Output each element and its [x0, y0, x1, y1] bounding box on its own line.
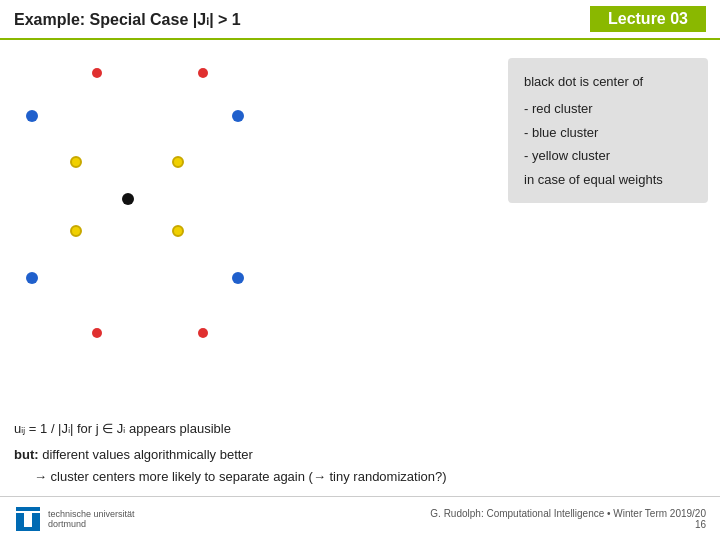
- legend-dash-blue: - blue cluster: [524, 121, 598, 144]
- dot-yellow-4: [172, 225, 184, 237]
- slide-title: Example: Special Case |Jᵢ| > 1: [14, 10, 241, 29]
- footer-right: G. Rudolph: Computational Intelligence •…: [430, 508, 706, 530]
- footer-logo: technische universität dortmund: [14, 505, 135, 533]
- dot-red-4: [198, 328, 208, 338]
- but-label: but:: [14, 447, 39, 462]
- dot-red-1: [92, 68, 102, 78]
- logo-mark: technische universität dortmund: [14, 505, 135, 533]
- university-name: technische universität dortmund: [48, 509, 135, 529]
- legend-equal-weights: in case of equal weights: [524, 168, 692, 191]
- conclusion-text: different values algorithmically better: [39, 447, 253, 462]
- dot-red-3: [92, 328, 102, 338]
- footer: technische universität dortmund G. Rudol…: [0, 496, 720, 540]
- legend-yellow: - yellow cluster: [524, 144, 692, 167]
- conclusion-line: but: different values algorithmically be…: [14, 444, 706, 466]
- legend-blue: - blue cluster: [524, 121, 692, 144]
- dot-yellow-2: [172, 156, 184, 168]
- svg-rect-1: [16, 507, 40, 511]
- dot-yellow-3: [70, 225, 82, 237]
- legend-dash-red: - red cluster: [524, 97, 593, 120]
- dot-blue-1: [26, 110, 38, 122]
- dot-yellow-1: [70, 156, 82, 168]
- dot-canvas: [10, 50, 380, 410]
- equation-text: uᵢⱼ = 1 / |Jᵢ| for j ∈ Jᵢ appears plausi…: [14, 421, 231, 436]
- dot-blue-2: [232, 110, 244, 122]
- svg-rect-4: [16, 527, 40, 531]
- logo-line2: dortmund: [48, 519, 135, 529]
- legend-equal-text: in case of equal weights: [524, 168, 663, 191]
- lecture-badge: Lecture 03: [590, 6, 706, 32]
- dot-blue-3: [26, 272, 38, 284]
- legend-intro: black dot is center of: [524, 70, 692, 93]
- equation-line: uᵢⱼ = 1 / |Jᵢ| for j ∈ Jᵢ appears plausi…: [14, 418, 706, 440]
- legend-red: - red cluster: [524, 97, 692, 120]
- tu-logo-icon: [14, 505, 42, 533]
- dot-blue-4: [232, 272, 244, 284]
- legend-dash-yellow: - yellow cluster: [524, 144, 610, 167]
- footer-page: 16: [430, 519, 706, 530]
- dot-black-center: [122, 193, 134, 205]
- arrow-text: → cluster centers more likely to separat…: [34, 469, 447, 484]
- legend-box: black dot is center of - red cluster - b…: [508, 58, 708, 203]
- logo-line1: technische universität: [48, 509, 135, 519]
- header: Example: Special Case |Jᵢ| > 1 Lecture 0…: [0, 0, 720, 40]
- dot-red-2: [198, 68, 208, 78]
- footer-course: G. Rudolph: Computational Intelligence •…: [430, 508, 706, 519]
- bottom-text: uᵢⱼ = 1 / |Jᵢ| for j ∈ Jᵢ appears plausi…: [14, 418, 706, 488]
- arrow-line: → cluster centers more likely to separat…: [34, 466, 706, 488]
